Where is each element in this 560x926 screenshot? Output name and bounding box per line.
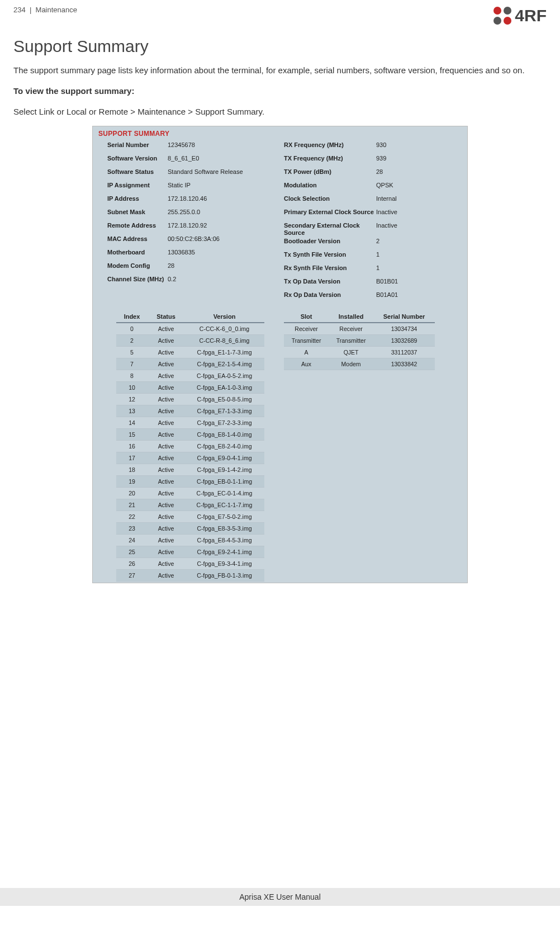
kv-value: Inactive	[376, 209, 397, 215]
table-row: ReceiverReceiver13034734	[284, 323, 435, 335]
table-cell: Transmitter	[329, 334, 373, 346]
table-cell: Active	[148, 370, 184, 381]
table-header: Serial Number	[373, 311, 435, 323]
table-cell: Active	[148, 464, 184, 475]
table-header: Installed	[329, 311, 373, 323]
table-row: 10ActiveC-fpga_EA-1-0-3.img	[116, 381, 264, 393]
table-cell: Active	[148, 511, 184, 522]
table-cell: Active	[148, 334, 184, 346]
kv-key: Software Version	[107, 155, 168, 162]
howto-label: To view the support summary:	[13, 85, 547, 97]
kv-value: 00:50:C2:6B:3A:06	[168, 235, 220, 242]
table-cell: C-CC-K-6_0_0.img	[184, 323, 264, 335]
kv-row: Tx Synth File Version1	[284, 251, 450, 264]
table-cell: C-fpga_E8-4-5-3.img	[184, 534, 264, 546]
table-cell: Active	[148, 440, 184, 452]
kv-key: Clock Selection	[284, 195, 376, 202]
table-row: 17ActiveC-fpga_E9-0-4-1.img	[116, 452, 264, 464]
kv-key: IP Address	[107, 195, 168, 202]
table-cell: 16	[116, 440, 148, 452]
table-cell: 26	[116, 558, 148, 569]
table-cell: Active	[148, 417, 184, 428]
table-row: 14ActiveC-fpga_E7-2-3-3.img	[116, 417, 264, 428]
table-row: AQJET33112037	[284, 346, 435, 358]
kv-key: Serial Number	[107, 141, 168, 149]
table-row: 2ActiveC-CC-R-8_6_6.img	[116, 334, 264, 346]
kv-value: Static IP	[168, 182, 191, 188]
table-row: AuxModem13033842	[284, 358, 435, 370]
table-cell: 7	[116, 358, 148, 370]
kv-value: Standard Software Release	[168, 168, 243, 175]
kv-value: 1	[376, 251, 379, 258]
kv-key: Channel Size (MHz)	[107, 276, 168, 283]
kv-value: 1	[376, 264, 379, 271]
right-column: RX Frequency (MHz)930TX Frequency (MHz)9…	[277, 141, 450, 304]
table-cell: Active	[148, 475, 184, 487]
table-row: 27ActiveC-fpga_FB-0-1-3.img	[116, 569, 264, 581]
table-row: 12ActiveC-fpga_E5-0-8-5.img	[116, 393, 264, 405]
table-cell: Active	[148, 452, 184, 464]
table-cell: 12	[116, 393, 148, 405]
kv-key: Primary External Clock Source	[284, 209, 376, 216]
table-cell: C-fpga_E8-3-5-3.img	[184, 522, 264, 534]
table-cell: C-CC-R-8_6_6.img	[184, 334, 264, 346]
sep: |	[30, 6, 31, 14]
brand-logo: 4RF	[492, 6, 547, 26]
table-cell: C-fpga_EC-0-1-4.img	[184, 487, 264, 499]
kv-key: Software Status	[107, 168, 168, 176]
kv-row: IP Address172.18.120.46	[107, 195, 277, 208]
table-cell: C-fpga_E5-0-8-5.img	[184, 393, 264, 405]
table-cell: 18	[116, 464, 148, 475]
table-cell: 24	[116, 534, 148, 546]
table-cell: 33112037	[373, 346, 435, 358]
kv-value: 930	[376, 141, 386, 148]
kv-key: Motherboard	[107, 249, 168, 256]
table-cell: 2	[116, 334, 148, 346]
kv-row: Serial Number12345678	[107, 141, 277, 154]
table-cell: 5	[116, 346, 148, 358]
table-row: 7ActiveC-fpga_E2-1-5-4.img	[116, 358, 264, 370]
table-cell: C-fpga_EA-1-0-3.img	[184, 381, 264, 393]
panel-title: SUPPORT SUMMARY	[98, 130, 462, 138]
kv-value: 13036835	[168, 249, 195, 256]
kv-key: Modulation	[284, 182, 376, 189]
kv-value: 28	[376, 168, 383, 175]
table-cell: Active	[148, 569, 184, 581]
table-cell: C-fpga_E9-2-4-1.img	[184, 546, 264, 558]
table-row: 5ActiveC-fpga_E1-1-7-3.img	[116, 346, 264, 358]
table-cell: Active	[148, 558, 184, 569]
table-row: 26ActiveC-fpga_E9-3-4-1.img	[116, 558, 264, 569]
kv-row: Channel Size (MHz)0.2	[107, 275, 277, 289]
table-cell: Active	[148, 405, 184, 417]
table-cell: Active	[148, 499, 184, 511]
table-cell: 13032689	[373, 334, 435, 346]
file-table-container: IndexStatusVersion 0ActiveC-CC-K-6_0_0.i…	[98, 304, 277, 582]
kv-value: 28	[168, 262, 174, 269]
table-cell: 23	[116, 522, 148, 534]
kv-key: IP Assignment	[107, 182, 168, 189]
kv-key: Tx Op Data Version	[284, 278, 376, 285]
slot-table: SlotInstalledSerial Number ReceiverRecei…	[284, 311, 435, 370]
file-version-table: IndexStatusVersion 0ActiveC-CC-K-6_0_0.i…	[116, 311, 264, 582]
kv-key: Subnet Mask	[107, 209, 168, 216]
table-cell: Receiver	[284, 323, 329, 335]
kv-value: 172.18.120.46	[168, 195, 207, 202]
kv-value: 255.255.0.0	[168, 209, 200, 215]
kv-value: Internal	[376, 195, 397, 202]
table-row: 0ActiveC-CC-K-6_0_0.img	[116, 323, 264, 335]
table-row: 24ActiveC-fpga_E8-4-5-3.img	[116, 534, 264, 546]
support-summary-panel: SUPPORT SUMMARY Serial Number12345678Sof…	[92, 126, 468, 583]
table-cell: Active	[148, 381, 184, 393]
section-name: Maintenance	[36, 6, 77, 14]
table-header: Version	[184, 311, 264, 323]
table-cell: 17	[116, 452, 148, 464]
table-cell: Active	[148, 428, 184, 440]
table-cell: 21	[116, 499, 148, 511]
table-cell: C-fpga_E2-1-5-4.img	[184, 358, 264, 370]
table-cell: 10	[116, 381, 148, 393]
table-cell: 0	[116, 323, 148, 335]
table-row: 8ActiveC-fpga_EA-0-5-2.img	[116, 370, 264, 381]
kv-key: Bootloader Version	[284, 238, 376, 245]
kv-row: Motherboard13036835	[107, 248, 277, 262]
table-cell: 22	[116, 511, 148, 522]
